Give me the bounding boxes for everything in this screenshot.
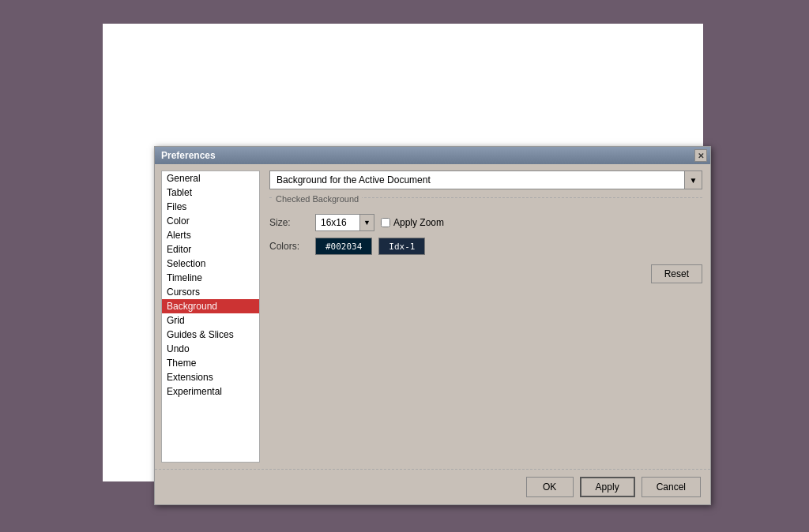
dialog-body: General Tablet Files Color Alerts Editor… [155,164,710,469]
sidebar-item-extensions[interactable]: Extensions [162,370,259,384]
sidebar-item-grid[interactable]: Grid [162,313,259,328]
reset-area: Reset [269,264,702,283]
content-area: Background for the Active Document ▼ Che… [266,164,710,469]
color2-button[interactable]: Idx-1 [378,238,425,255]
sidebar-item-general[interactable]: General [162,171,259,185]
sidebar-item-alerts[interactable]: Alerts [162,228,259,242]
sidebar-item-files[interactable]: Files [162,200,259,214]
preferences-dialog: Preferences ✕ General Tablet Files Color… [154,146,711,505]
sidebar-item-tablet[interactable]: Tablet [162,185,259,200]
color1-button[interactable]: #002034 [315,238,372,255]
sidebar-item-theme[interactable]: Theme [162,356,259,370]
colors-label: Colors: [269,241,309,252]
main-dropdown-arrow-icon[interactable]: ▼ [684,171,702,189]
apply-zoom-label: Apply Zoom [393,217,444,228]
size-dropdown[interactable]: 16x16 ▼ [315,214,374,231]
dialog-title: Preferences [161,150,216,161]
ok-button[interactable]: OK [526,477,574,497]
sidebar-item-color[interactable]: Color [162,214,259,228]
sidebar-item-guides-slices[interactable]: Guides & Slices [162,328,259,342]
sidebar-item-undo[interactable]: Undo [162,342,259,356]
dialog-footer: OK Apply Cancel [155,469,710,504]
apply-zoom-checkbox-label[interactable]: Apply Zoom [381,217,444,228]
reset-button[interactable]: Reset [651,264,702,283]
size-label: Size: [269,217,309,228]
colors-row: Colors: #002034 Idx-1 [269,238,702,255]
sidebar: General Tablet Files Color Alerts Editor… [161,170,260,463]
close-button[interactable]: ✕ [694,149,707,162]
main-dropdown-value: Background for the Active Document [270,171,684,189]
size-dropdown-arrow-icon[interactable]: ▼ [359,215,374,230]
sidebar-item-timeline[interactable]: Timeline [162,271,259,285]
sidebar-item-background[interactable]: Background [162,299,259,313]
title-bar: Preferences ✕ [155,147,710,164]
sidebar-item-experimental[interactable]: Experimental [162,384,259,399]
close-icon: ✕ [698,152,704,160]
size-row: Size: 16x16 ▼ Apply Zoom [269,214,702,231]
cancel-button[interactable]: Cancel [642,477,701,497]
apply-button[interactable]: Apply [580,477,635,497]
sidebar-item-selection[interactable]: Selection [162,257,259,271]
sidebar-item-editor[interactable]: Editor [162,242,259,257]
checked-background-section: Checked Background [269,197,702,211]
section-label-text: Checked Background [273,194,362,204]
main-dropdown[interactable]: Background for the Active Document ▼ [269,170,702,189]
size-value: 16x16 [316,215,359,230]
sidebar-item-cursors[interactable]: Cursors [162,285,259,299]
apply-zoom-checkbox[interactable] [381,218,390,227]
